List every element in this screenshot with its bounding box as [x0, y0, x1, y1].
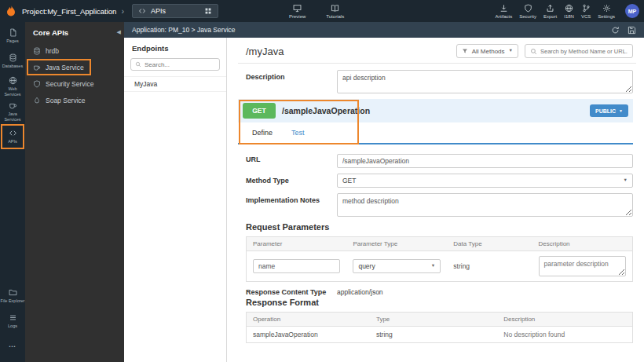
rail-item-logs[interactable]: Logs: [0, 309, 25, 334]
security-button[interactable]: Security: [519, 4, 536, 19]
user-avatar[interactable]: MP: [625, 4, 639, 18]
i18n-label: I18N: [564, 14, 574, 19]
refresh-icon[interactable]: [611, 26, 620, 35]
url-input[interactable]: [337, 154, 633, 168]
grid-icon[interactable]: [204, 7, 212, 15]
endpoint-item-myjava[interactable]: MyJava: [124, 76, 226, 92]
implementation-notes-row: Implementation Notes method description: [246, 193, 633, 217]
globe-icon: [565, 4, 573, 13]
response-content-type-label: Response Content Type: [246, 288, 337, 296]
method-search-input[interactable]: [540, 48, 628, 55]
response-type: string: [370, 327, 497, 343]
col-operation: Operation: [247, 313, 370, 327]
tutorials-label: Tutorials: [326, 14, 344, 19]
settings-button[interactable]: Settings: [598, 4, 615, 19]
operation-tabs: Define Test: [238, 122, 633, 143]
search-icon: [135, 61, 141, 68]
api-icon: [138, 7, 146, 15]
artifacts-button[interactable]: Artifacts: [496, 4, 513, 19]
breadcrumb-bar: Application: PM_10 > Java Service: [124, 22, 644, 38]
chevron-down-icon: ▼: [624, 178, 628, 183]
request-parameters-title: Request Parameters: [246, 222, 633, 232]
pages-icon: [9, 28, 17, 37]
parameter-name-input[interactable]: [253, 259, 340, 273]
rail-item-label: APIs: [8, 139, 17, 144]
col-parameter: Parameter: [247, 237, 347, 251]
col-description: Description: [497, 313, 632, 327]
endpoints-title: Endpoints: [124, 42, 226, 58]
service-item-soap-service[interactable]: Soap Service: [25, 92, 124, 108]
method-badge-get[interactable]: GET: [243, 103, 276, 119]
visibility-dropdown[interactable]: PUBLIC ▼: [590, 104, 628, 117]
response-operation: sampleJavaOperation: [247, 327, 370, 343]
rail-item-apis[interactable]: APIs: [0, 124, 25, 149]
rail-item-pages[interactable]: Pages: [0, 24, 25, 49]
tutorials-button[interactable]: Tutorials: [326, 0, 344, 22]
service-item-java-service[interactable]: Java Service: [25, 59, 124, 75]
funnel-icon: [462, 48, 468, 54]
col-parameter-type: Parameter Type: [346, 237, 447, 251]
url-label: URL: [246, 152, 337, 168]
implementation-notes-textarea[interactable]: method description: [337, 193, 633, 217]
parameter-description-textarea[interactable]: [539, 256, 626, 276]
project-name[interactable]: Project:My_First_Application: [22, 7, 116, 16]
i18n-button[interactable]: I18N: [564, 4, 574, 19]
table-header-row: Operation Type Description: [247, 313, 633, 327]
soap-icon: [33, 97, 41, 104]
service-item-label: Soap Service: [46, 97, 86, 104]
topbar-right: Artifacts Security Export I18N VCS Setti…: [496, 0, 639, 22]
tab-define[interactable]: Define: [244, 129, 280, 137]
description-label: Description: [246, 70, 337, 93]
method-search: [525, 44, 633, 58]
rail-item-databases[interactable]: Databases: [0, 49, 25, 74]
methods-filter-dropdown[interactable]: All Methods ▼: [456, 44, 518, 58]
rail-item-label: File Explorer: [1, 298, 25, 304]
body: Pages Databases Web Services Java Servic…: [0, 22, 644, 362]
workspace-tab-label: APIs: [151, 7, 199, 15]
save-icon[interactable]: [628, 26, 636, 35]
service-item-label: Java Service: [46, 64, 84, 71]
topbar-left: Project:My_First_Application › APIs: [0, 4, 218, 18]
rail-item-more[interactable]: •••: [0, 334, 25, 359]
rail-item-label: Web Services: [0, 86, 25, 97]
export-button[interactable]: Export: [543, 4, 557, 19]
app-logo-icon[interactable]: [5, 5, 17, 17]
endpoints-search-input[interactable]: [145, 61, 215, 68]
parameter-type-select[interactable]: query ▼: [353, 259, 441, 273]
methods-filter-label: All Methods: [472, 48, 505, 55]
breadcrumb: Application: PM_10 > Java Service: [132, 26, 611, 34]
settings-label: Settings: [598, 14, 615, 19]
workspace-tab-apis[interactable]: APIs: [132, 4, 218, 18]
url-row: URL: [246, 152, 633, 168]
endpoint-label: MyJava: [134, 80, 157, 88]
services-panel: Core APIs ◀ hrdb Java Service Security S…: [25, 22, 124, 362]
response-content-type-row: Response Content Type application/json: [246, 288, 633, 296]
tab-test[interactable]: Test: [284, 129, 313, 137]
rail-item-java-services[interactable]: Java Services: [0, 99, 25, 124]
method-type-select[interactable]: GET ▼: [337, 174, 633, 188]
rail-item-file-explorer[interactable]: File Explorer: [0, 283, 25, 309]
col-description: Description: [532, 237, 633, 251]
service-item-hrdb[interactable]: hrdb: [25, 42, 124, 59]
divider: [238, 63, 636, 64]
logs-icon: [9, 313, 17, 322]
rail-spacer: [0, 149, 25, 283]
description-textarea[interactable]: api description: [337, 70, 633, 93]
database-icon: [9, 53, 17, 62]
method-type-value: GET: [342, 177, 356, 185]
service-item-security-service[interactable]: Security Service: [25, 75, 124, 92]
wavemaker-studio-window: Project:My_First_Application › APIs Prev…: [0, 0, 644, 362]
chevron-down-icon: ▼: [509, 49, 513, 53]
response-row: sampleJavaOperation string No descriptio…: [247, 327, 633, 343]
collapse-panel-icon[interactable]: ◀: [117, 29, 121, 35]
left-rail: Pages Databases Web Services Java Servic…: [0, 22, 25, 362]
preview-button[interactable]: Preview: [289, 0, 306, 22]
method-type-row: Method Type GET ▼: [246, 174, 633, 188]
vcs-button[interactable]: VCS: [581, 4, 591, 19]
right-column: Application: PM_10 > Java Service Endpoi…: [124, 22, 644, 362]
rail-item-web-services[interactable]: Web Services: [0, 74, 25, 99]
implementation-notes-label: Implementation Notes: [246, 193, 337, 217]
database-icon: [33, 47, 41, 55]
col-type: Type: [370, 313, 497, 327]
operation-path: /sampleJavaOperation: [282, 106, 584, 115]
